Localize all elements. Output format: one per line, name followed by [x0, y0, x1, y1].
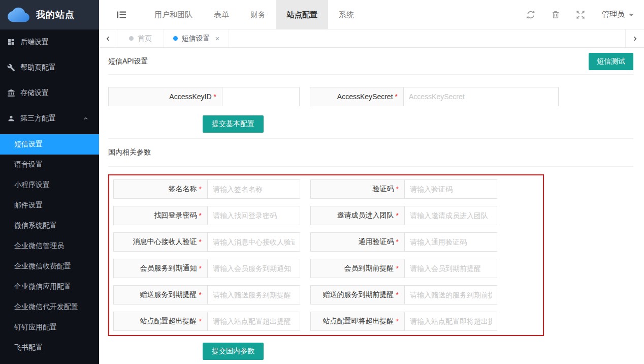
sidebar-item-feishu-config[interactable]: 飞书配置 [0, 338, 99, 358]
sidebar-item-backend-settings[interactable]: 后端设置 [0, 29, 99, 55]
field-label: 通用验证码* [310, 232, 405, 252]
top-navbar: 用户和团队 表单 财务 站点配置 系统 管理员 [99, 0, 644, 29]
field-label-text: 通用验证码 [359, 237, 394, 247]
tabs-scroll-right-button[interactable] [625, 29, 644, 47]
recover-login-password-input[interactable] [208, 206, 300, 225]
field-group-access-key-id: AccessKeyID * [108, 87, 300, 106]
sidebar-item-label: 后端设置 [20, 38, 49, 47]
user-icon [7, 114, 15, 123]
sidebar-subitem-label: 企业微信收费配置 [14, 262, 71, 271]
field-label: AccessKeySecret * [310, 87, 404, 106]
sidebar-subitem-label: 企业微信应用配置 [14, 282, 71, 291]
member-expire-pre-remind-input[interactable] [405, 259, 497, 278]
required-mark: * [199, 264, 202, 272]
sidebar: 我的站点 后端设置 帮助页配置 存储设置 第三方配置 短信设置 语音设置 小程序… [0, 0, 99, 364]
field-group-site-config-exceed: 站点配置超出提醒* [113, 312, 300, 331]
field-label: 找回登录密码* [113, 206, 208, 225]
tab-bar: 首页 短信设置 × [99, 29, 644, 48]
field-label-text: 邀请成员进入团队 [337, 211, 394, 220]
sidebar-item-sms-settings[interactable]: 短信设置 [0, 134, 99, 155]
field-label: 签名名称* [113, 179, 208, 199]
sms-test-button[interactable]: 短信测试 [589, 53, 633, 70]
tab-dot-icon [129, 36, 134, 41]
menu-fold-icon[interactable] [109, 0, 134, 29]
required-mark: * [396, 264, 399, 272]
field-label: 会员服务到期通知* [113, 259, 208, 278]
gift-service-expire-remind-input[interactable] [208, 285, 300, 305]
field-label-text: 签名名称 [169, 185, 197, 194]
tab-close-icon[interactable]: × [215, 34, 220, 43]
nav-system[interactable]: 系统 [328, 0, 365, 29]
trash-icon[interactable] [550, 9, 561, 20]
sidebar-item-wecom-billing-config[interactable]: 企业微信收费配置 [0, 256, 99, 277]
field-label: 验证码* [310, 179, 405, 199]
bank-icon [7, 89, 15, 97]
top-menu: 用户和团队 表单 财务 站点配置 系统 [144, 0, 365, 29]
fullscreen-icon[interactable] [575, 9, 586, 20]
sidebar-item-voice-settings[interactable]: 语音设置 [0, 155, 99, 175]
field-label: 站点配置即将超出提醒* [310, 312, 405, 331]
message-center-receiver-verify-input[interactable] [208, 232, 300, 252]
sidebar-item-wecom-admin[interactable]: 企业微信管理员 [0, 236, 99, 256]
main-content: 短信API设置 短信测试 AccessKeyID * AccessKeySecr… [99, 48, 644, 364]
site-title: 我的站点 [36, 9, 75, 21]
field-label-text: 会员到期前提醒 [344, 264, 394, 273]
site-config-near-exceed-remind-input[interactable] [405, 312, 497, 331]
sidebar-item-label: 帮助页配置 [20, 63, 56, 72]
sidebar-item-storage-settings[interactable]: 存储设置 [0, 80, 99, 106]
sidebar-item-wechat-system-config[interactable]: 微信系统配置 [0, 216, 99, 236]
site-config-exceed-remind-input[interactable] [208, 312, 300, 331]
chevron-left-icon [105, 35, 112, 42]
logo: 我的站点 [0, 0, 99, 29]
field-label: 赠送的服务到期前提醒* [310, 285, 405, 305]
nav-site-config[interactable]: 站点配置 [276, 0, 328, 29]
tabs-scroll-left-button[interactable] [99, 29, 117, 47]
access-key-id-input[interactable] [222, 87, 300, 106]
field-label-text: 站点配置即将超出提醒 [323, 317, 394, 326]
invite-member-input[interactable] [405, 206, 497, 225]
sidebar-item-mail-settings[interactable]: 邮件设置 [0, 195, 99, 216]
member-service-expire-notice-input[interactable] [208, 259, 300, 278]
required-mark: * [214, 93, 216, 101]
sidebar-item-third-party-config[interactable]: 第三方配置 [0, 106, 99, 131]
field-label-text: AccessKeySecret [337, 93, 393, 101]
field-group-general-captcha: 通用验证码* [310, 232, 497, 252]
general-captcha-input[interactable] [405, 232, 497, 252]
field-label-text: 会员服务到期通知 [140, 264, 197, 273]
field-group-member-expire-notice: 会员服务到期通知* [113, 259, 300, 278]
sidebar-subitem-label: 语音设置 [14, 160, 43, 169]
nav-forms[interactable]: 表单 [203, 0, 240, 29]
required-mark: * [396, 238, 399, 246]
wrench-icon [7, 64, 15, 72]
required-mark: * [199, 185, 202, 193]
required-mark: * [396, 211, 399, 220]
field-group-invite-member: 邀请成员进入团队* [310, 206, 497, 225]
sidebar-item-wecom-app-config[interactable]: 企业微信应用配置 [0, 277, 99, 297]
nav-finance[interactable]: 财务 [240, 0, 276, 29]
nav-users-teams[interactable]: 用户和团队 [144, 0, 203, 29]
tab-home[interactable]: 首页 [117, 29, 164, 47]
user-name: 管理员 [602, 10, 625, 19]
captcha-input[interactable] [405, 179, 497, 199]
sidebar-item-wecom-dev-config[interactable]: 企业微信代开发配置 [0, 297, 99, 317]
required-mark: * [199, 211, 202, 220]
submit-domestic-params-button[interactable]: 提交国内参数 [203, 343, 264, 360]
chevron-right-icon [631, 35, 638, 42]
field-label: 消息中心接收人验证* [113, 232, 208, 252]
gift-service-expire-pre-remind-input[interactable] [405, 285, 497, 305]
tab-sms-settings[interactable]: 短信设置 × [164, 29, 229, 47]
field-label-text: 赠送的服务到期前提醒 [323, 290, 394, 299]
tab-dot-icon [173, 36, 178, 41]
user-menu[interactable]: 管理员 [602, 10, 634, 19]
sidebar-item-help-page-config[interactable]: 帮助页配置 [0, 55, 99, 80]
submit-basic-config-button[interactable]: 提交基本配置 [203, 115, 264, 133]
sidebar-item-label: 存储设置 [20, 88, 49, 98]
sidebar-item-miniprogram-settings[interactable]: 小程序设置 [0, 175, 99, 195]
sign-name-input[interactable] [208, 179, 300, 199]
access-key-secret-input[interactable] [404, 87, 559, 106]
topnav-actions: 管理员 [525, 9, 634, 20]
sidebar-item-dingtalk-app-config[interactable]: 钉钉应用配置 [0, 317, 99, 338]
sidebar-subitem-label: 企业微信代开发配置 [14, 302, 78, 312]
field-group-captcha: 验证码* [310, 179, 497, 199]
refresh-icon[interactable] [525, 9, 536, 20]
